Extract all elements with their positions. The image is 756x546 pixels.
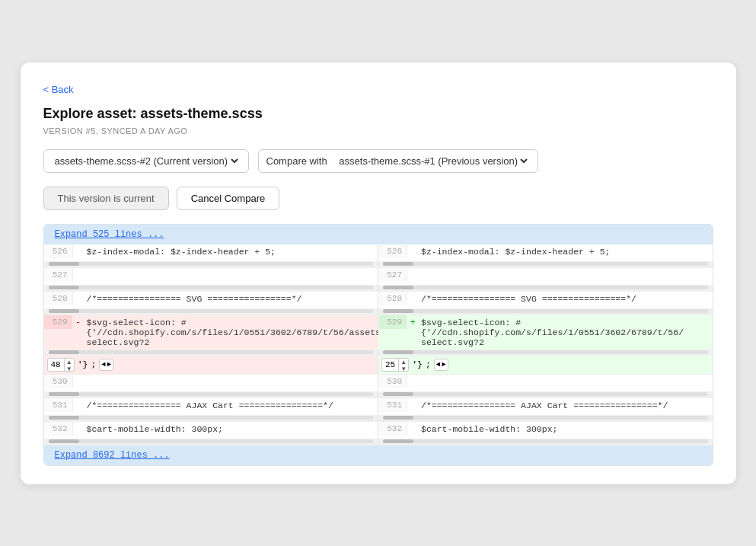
diff-left-532: 532 $cart-mobile-width: 300px; xyxy=(44,422,379,445)
diff-sign-right-527 xyxy=(407,268,418,273)
main-card: < Back Explore asset: assets-theme.scss … xyxy=(21,62,736,484)
compare-version-dropdown[interactable]: assets-theme.scss-#1 (Previous version) xyxy=(336,155,530,168)
scroll-indicator-left-526 xyxy=(49,262,374,266)
cancel-compare-button[interactable]: Cancel Compare xyxy=(177,187,280,210)
scroll-indicator-right-531 xyxy=(383,416,708,420)
scroll-indicator-left-531 xyxy=(49,416,374,420)
current-version-dropdown[interactable]: assets-theme.scss-#2 (Current version) xyxy=(52,155,241,168)
scroll-thumb-right-528 xyxy=(383,309,413,313)
scroll-bar-left-530 xyxy=(44,391,378,398)
diff-line-right-531: 531 /*================ AJAX Cart =======… xyxy=(378,398,713,415)
diff-left-529: 529 - $svg-select-icon: # {'//cdn.shopif… xyxy=(44,315,379,374)
code-widget-left-529: 48 ▲ ▼ '} ; ◄ ► xyxy=(44,356,378,374)
diff-row-529: 529 - $svg-select-icon: # {'//cdn.shopif… xyxy=(44,315,713,375)
num-widget-left-529[interactable]: 48 ▲ ▼ xyxy=(47,358,75,372)
diff-row-527: 527 527 xyxy=(44,268,713,292)
line-num-left-529: 529 xyxy=(44,315,73,329)
line-text-left-529d: '} xyxy=(78,359,88,369)
diff-right-527: 527 xyxy=(378,268,713,291)
diff-viewer: Expand 525 lines ... 526 $z-index-modal:… xyxy=(43,224,713,466)
num-widget-down-right-529[interactable]: ▼ xyxy=(399,366,408,372)
compare-prefix-label: Compare with xyxy=(266,155,327,167)
current-version-button[interactable]: This version is current xyxy=(43,187,169,210)
num-widget-up-left-529[interactable]: ▲ xyxy=(65,359,74,366)
line-text-right-529a: $svg-select-icon: # xyxy=(421,318,684,327)
arrow-left-right-icon: ◄ xyxy=(436,361,440,369)
num-widget-arrows-left-529[interactable]: ▲ ▼ xyxy=(64,359,74,371)
arrows-left-529: ◄ ► xyxy=(99,359,113,371)
diff-line-left-528: 528 /*================ SVG =============… xyxy=(44,292,378,308)
num-widget-right-529[interactable]: 25 ▲ ▼ xyxy=(381,358,409,372)
num-widget-arrows-right-529[interactable]: ▲ ▼ xyxy=(398,359,408,371)
scroll-thumb-right-526 xyxy=(383,262,413,266)
scroll-indicator-right-527 xyxy=(383,286,708,289)
line-text-right-529d: '} xyxy=(412,359,423,369)
scroll-bar-right-529 xyxy=(378,350,713,356)
diff-left-527: 527 xyxy=(44,268,379,291)
diff-sign-left-526 xyxy=(73,244,84,249)
scroll-indicator-left-527 xyxy=(49,286,374,289)
scroll-bar-right-526 xyxy=(378,261,713,267)
line-num-right-526: 526 xyxy=(378,244,407,258)
diff-line-right-530: 530 xyxy=(378,375,713,391)
line-text-right-529b: {'//cdn.shopify.com/s/files/1/0551/3602/… xyxy=(421,327,684,337)
diff-sign-right-526 xyxy=(407,244,418,249)
line-content-left-528: /*================ SVG ================*… xyxy=(84,292,378,306)
scroll-thumb-right-531 xyxy=(383,416,413,420)
scroll-bar-left-531 xyxy=(44,415,378,421)
scroll-thumb-right-527 xyxy=(383,286,413,289)
diff-right-529: 529 + $svg-select-icon: # {'//cdn.shopif… xyxy=(378,315,713,374)
controls-row: assets-theme.scss-#2 (Current version) C… xyxy=(43,149,713,173)
line-text-right-528: /*================ SVG ================*… xyxy=(421,294,710,304)
line-num-left-531: 531 xyxy=(44,398,73,412)
expand-top-bar[interactable]: Expand 525 lines ... xyxy=(44,225,713,244)
line-text-left-528: /*================ SVG ================*… xyxy=(87,294,375,304)
line-num-right-530: 530 xyxy=(378,375,407,388)
semicolon-left-529: ; xyxy=(91,359,96,369)
scroll-indicator-left-532 xyxy=(49,439,374,443)
arrows-right-529: ◄ ► xyxy=(434,359,448,371)
diff-line-left-529: 529 - $svg-select-icon: # {'//cdn.shopif… xyxy=(44,315,378,350)
diff-sign-right-530 xyxy=(407,375,418,379)
num-widget-value-right-529: 25 xyxy=(382,360,398,369)
current-version-select[interactable]: assets-theme.scss-#2 (Current version) xyxy=(43,149,249,173)
scroll-thumb-left-531 xyxy=(49,416,79,420)
diff-row-531: 531 /*================ AJAX Cart =======… xyxy=(44,398,713,422)
diff-row-526: 526 $z-index-modal: $z-index-header + 5;… xyxy=(44,244,713,268)
diff-sign-left-528 xyxy=(73,292,84,296)
scroll-bar-left-529 xyxy=(44,350,378,356)
diff-right-526: 526 $z-index-modal: $z-index-header + 5; xyxy=(378,244,713,267)
page-title: Explore asset: assets-theme.scss xyxy=(43,106,713,122)
line-content-left-527 xyxy=(84,268,378,273)
diff-right-530: 530 xyxy=(378,375,713,398)
diff-row-532: 532 $cart-mobile-width: 300px; 532 xyxy=(44,422,713,445)
num-widget-up-right-529[interactable]: ▲ xyxy=(399,359,408,366)
back-link[interactable]: < Back xyxy=(43,84,74,95)
diff-sign-right-528 xyxy=(407,292,418,296)
diff-sign-left-529: - xyxy=(73,315,84,330)
compare-version-select[interactable]: Compare with assets-theme.scss-#1 (Previ… xyxy=(258,149,539,173)
scroll-thumb-left-532 xyxy=(49,439,79,443)
scroll-bar-right-532 xyxy=(378,439,713,445)
arrow-right-icon: ► xyxy=(107,361,111,369)
line-text-right-526: $z-index-modal: $z-index-header + 5; xyxy=(421,247,710,257)
scroll-thumb-left-528 xyxy=(49,309,79,313)
diff-row-530: 530 530 xyxy=(44,375,713,398)
scroll-bar-left-528 xyxy=(44,308,378,315)
line-num-right-532: 532 xyxy=(378,422,407,436)
line-num-right-531: 531 xyxy=(378,398,407,412)
diff-row-528: 528 /*================ SVG =============… xyxy=(44,292,713,315)
scroll-thumb-right-530 xyxy=(383,392,413,396)
scroll-bar-left-532 xyxy=(44,439,378,445)
expand-bottom-bar[interactable]: Expand 8692 lines ... xyxy=(44,445,713,465)
line-text-right-532: $cart-mobile-width: 300px; xyxy=(421,424,710,434)
diff-sign-right-532 xyxy=(407,422,418,426)
line-text-left-531: /*================ AJAX Cart ===========… xyxy=(87,401,375,410)
num-widget-down-left-529[interactable]: ▼ xyxy=(65,366,74,372)
line-num-left-528: 528 xyxy=(44,292,73,305)
diff-line-left-531: 531 /*================ AJAX Cart =======… xyxy=(44,398,378,415)
diff-left-530: 530 xyxy=(44,375,379,398)
line-num-right-528: 528 xyxy=(378,292,407,305)
diff-sign-left-530 xyxy=(73,375,84,379)
line-text-left-529a: $svg-select-icon: # xyxy=(87,318,407,327)
